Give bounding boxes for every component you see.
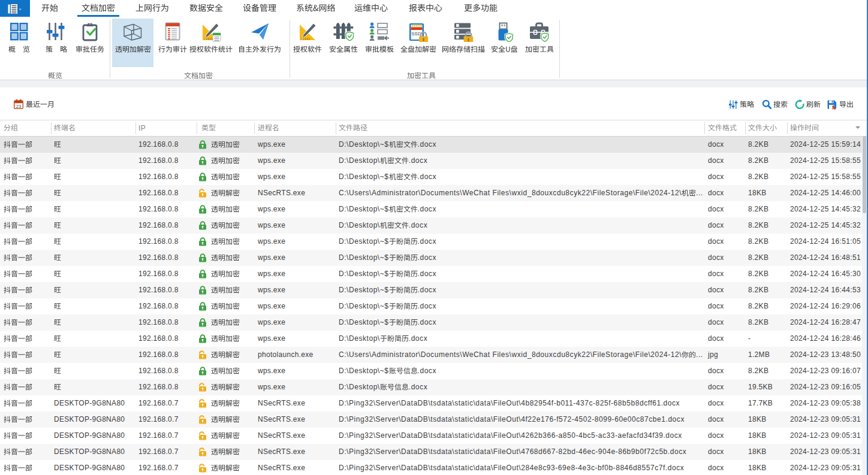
svg-text:SSD: SSD xyxy=(411,31,421,37)
svg-text:23: 23 xyxy=(16,104,22,109)
